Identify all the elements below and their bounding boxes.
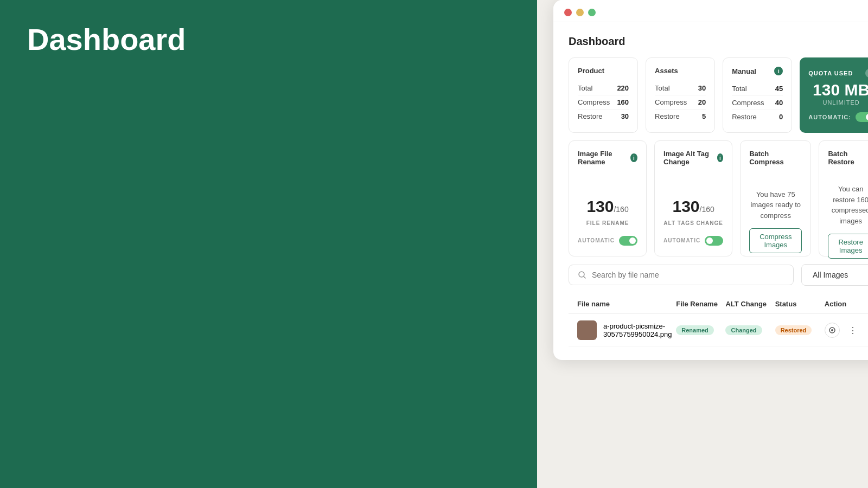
stats-cards-row: Product Total 220 Compress 160 Restore 3… (569, 57, 868, 133)
product-restore-label: Restore (578, 112, 603, 120)
file-rename-cell: Renamed (676, 325, 725, 335)
batch-compress-center: You have 75 images ready to compress Com… (749, 172, 802, 270)
manual-total-label: Total (732, 85, 746, 93)
manual-restore-value: 0 (779, 113, 783, 121)
compress-images-button[interactable]: Compress Images (749, 228, 802, 253)
alt-tag-info-icon[interactable]: i (717, 153, 724, 162)
manual-info-icon[interactable]: i (774, 67, 783, 75)
batch-compress-header: Batch Compress (749, 150, 802, 166)
image-rename-suffix: /160 (614, 205, 628, 214)
alt-tag-sub: ALT TAGS CHANGE (663, 220, 723, 226)
assets-total-label: Total (655, 84, 669, 92)
search-icon (578, 271, 586, 279)
image-rename-big-value: 130/160 (586, 197, 628, 216)
alt-tag-number: 130 (672, 197, 699, 215)
alt-tag-label: Image Alt Tag Change (663, 150, 717, 166)
right-panel: Dashboard Product Total 220 Compress 160 (537, 0, 868, 488)
image-rename-toggle[interactable] (619, 236, 637, 246)
image-rename-sub: FILE RENAME (586, 220, 629, 226)
action-cell: ⋮ (825, 323, 868, 338)
batch-compress-desc: You have 75 images ready to compress (749, 189, 802, 221)
product-total-label: Total (578, 84, 592, 92)
dot-red[interactable] (564, 9, 572, 16)
batch-restore-header: Batch Restore (828, 150, 868, 166)
manual-compress-value: 40 (775, 99, 783, 107)
feature-cards-row: Image File Rename i 130/160 FILE RENAME … (569, 140, 868, 256)
quota-card: QUOTA USED i 130 MB UNLIMITED AUTOMATIC: (800, 57, 868, 133)
image-rename-label: Image File Rename (578, 150, 630, 166)
search-row: All Images Compressed Restored Renamed (569, 264, 868, 286)
search-box (569, 265, 794, 285)
batch-restore-label: Batch Restore (828, 150, 868, 166)
manual-card-label: Manual (732, 67, 756, 75)
search-input[interactable] (592, 271, 784, 279)
content-area: Dashboard Product Total 220 Compress 160 (553, 22, 868, 360)
assets-restore-row: Restore 5 (655, 110, 706, 123)
alt-tag-center: 130/160 ALT TAGS CHANGE AUTOMATIC (663, 172, 723, 270)
image-rename-info-icon[interactable]: i (630, 153, 637, 162)
product-card: Product Total 220 Compress 160 Restore 3… (569, 57, 638, 133)
image-rename-card: Image File Rename i 130/160 FILE RENAME … (569, 140, 647, 256)
image-rename-center: 130/160 FILE RENAME AUTOMATIC (578, 172, 637, 270)
dot-green[interactable] (588, 9, 596, 16)
assets-compress-value: 20 (698, 98, 706, 106)
manual-compress-label: Compress (732, 99, 764, 107)
dashboard-heading: Dashboard (569, 35, 868, 48)
more-action-icon[interactable]: ⋮ (845, 323, 860, 338)
table-row: a-product-picsmize-30575759950024.png Re… (569, 314, 868, 347)
alt-tag-toggle[interactable] (705, 236, 723, 246)
svg-line-1 (584, 277, 585, 278)
image-rename-header: Image File Rename i (578, 150, 637, 166)
quota-label: QUOTA USED i (808, 69, 868, 78)
assets-restore-label: Restore (655, 112, 680, 120)
manual-total-value: 45 (775, 85, 783, 93)
col-alt: ALT Change (725, 300, 775, 308)
assets-total-row: Total 30 (655, 81, 706, 95)
browser-topbar (553, 0, 868, 22)
svg-point-3 (831, 329, 833, 331)
page-title: Dashboard (27, 22, 510, 57)
quota-label-text: QUOTA USED (808, 70, 853, 76)
manual-total-row: Total 45 (732, 82, 783, 96)
filter-select[interactable]: All Images Compressed Restored Renamed (801, 264, 868, 286)
col-rename: File Rename (676, 300, 725, 308)
batch-restore-card: Batch Restore You can restore 160 compre… (819, 140, 868, 256)
browser-window: Dashboard Product Total 220 Compress 160 (553, 0, 868, 360)
manual-restore-label: Restore (732, 113, 757, 121)
alt-change-badge: Changed (725, 325, 762, 335)
quota-auto-label: AUTOMATIC: (808, 114, 851, 120)
product-total-value: 220 (617, 84, 629, 92)
image-rename-auto-row: AUTOMATIC (578, 236, 637, 246)
batch-restore-center: You can restore 160 compressed images Re… (828, 172, 868, 270)
manual-restore-row: Restore 0 (732, 110, 783, 124)
file-cell: a-product-picsmize-30575759950024.png (577, 320, 676, 340)
assets-restore-value: 5 (702, 112, 706, 120)
view-action-icon[interactable] (825, 323, 840, 338)
product-card-header: Product (578, 67, 629, 75)
batch-compress-label: Batch Compress (749, 150, 802, 166)
file-name: a-product-picsmize-30575759950024.png (603, 322, 676, 338)
assets-compress-label: Compress (655, 98, 687, 106)
quota-value: 130 MB (813, 81, 868, 99)
col-filename: File name (577, 300, 676, 308)
product-card-label: Product (578, 67, 604, 75)
status-cell: Restored (775, 325, 825, 335)
quota-info-icon[interactable]: i (865, 69, 868, 78)
quota-auto-row: AUTOMATIC: (808, 112, 868, 122)
col-status: Status (775, 300, 825, 308)
quota-sub: UNLIMITED (822, 99, 859, 106)
file-rename-badge: Renamed (676, 325, 714, 335)
quota-auto-toggle[interactable] (856, 112, 868, 122)
dot-yellow[interactable] (576, 9, 584, 16)
manual-compress-row: Compress 40 (732, 96, 783, 110)
assets-compress-row: Compress 20 (655, 95, 706, 110)
status-badge: Restored (775, 325, 812, 335)
image-rename-auto-label: AUTOMATIC (578, 237, 615, 243)
restore-images-button[interactable]: Restore Images (828, 234, 868, 259)
manual-card: Manual i Total 45 Compress 40 Restore 0 (723, 57, 792, 133)
alt-tag-card: Image Alt Tag Change i 130/160 ALT TAGS … (654, 140, 732, 256)
batch-restore-desc: You can restore 160 compressed images (828, 184, 868, 226)
product-compress-row: Compress 160 (578, 95, 629, 110)
file-thumbnail (577, 320, 597, 340)
assets-card-label: Assets (655, 67, 678, 75)
